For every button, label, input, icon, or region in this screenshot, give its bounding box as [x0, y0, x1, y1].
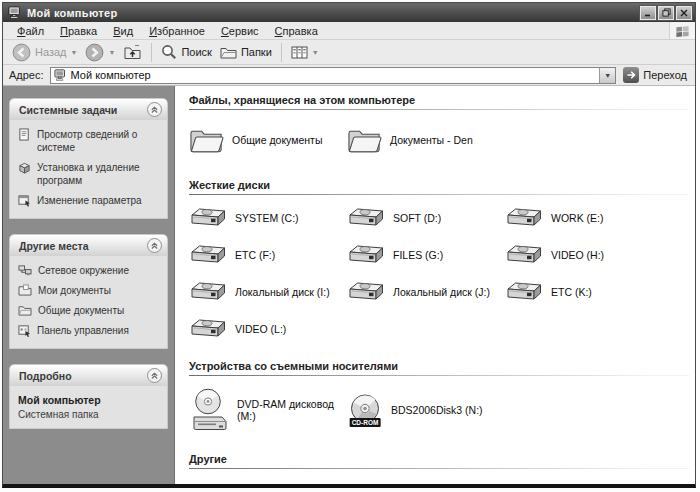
- shared-documents-icon: [18, 304, 32, 316]
- item-label: SYSTEM (C:): [235, 212, 299, 224]
- hdd-icon: [347, 243, 385, 266]
- cdrom-badge: CD-ROM: [350, 418, 381, 427]
- task-label: Панель управления: [37, 324, 129, 337]
- task-label: Изменение параметра: [37, 194, 142, 207]
- panel-header[interactable]: Подробно: [10, 365, 167, 386]
- panel-header[interactable]: Системные задачи: [10, 99, 167, 120]
- hdd-icon: [189, 317, 227, 340]
- go-arrow-icon: [623, 67, 639, 83]
- list-item[interactable]: CD-ROMBDS2006Disk3 (N:): [347, 380, 505, 440]
- item-label: BDS2006Disk3 (N:): [391, 404, 483, 416]
- list-item[interactable]: DVD-RAM дисковод (M:): [189, 380, 347, 440]
- item-icon-wrapper: [347, 243, 385, 266]
- menu-item-1[interactable]: Правка: [52, 24, 105, 38]
- title-bar[interactable]: Мой компьютер: [3, 3, 695, 22]
- item-label: Общие документы: [232, 134, 322, 146]
- item-icon-wrapper: [189, 388, 229, 432]
- my-documents-icon: [18, 284, 32, 296]
- drive-item[interactable]: Локальный диск (I:): [189, 273, 347, 310]
- minimize-button[interactable]: [640, 6, 656, 20]
- sidebar-panel-1: Другие местаСетевое окружениеМои докумен…: [9, 234, 168, 349]
- sidebar-task-link[interactable]: Изменение параметра: [18, 194, 162, 207]
- drive-item[interactable]: ETC (F:): [189, 236, 347, 273]
- collapse-button[interactable]: [147, 102, 162, 117]
- system-info-icon: [18, 128, 31, 141]
- forward-button[interactable]: ▼: [81, 42, 119, 63]
- panel-body: Мой компьютерСистемная папка: [10, 386, 167, 428]
- sidebar-task-link[interactable]: Просмотр сведений о системе: [18, 128, 162, 154]
- views-dropdown-icon[interactable]: ▼: [312, 49, 319, 56]
- item-label: WORK (E:): [551, 212, 604, 224]
- folder-icon: [189, 126, 224, 154]
- item-icon-wrapper: [189, 126, 224, 154]
- collapse-button[interactable]: [147, 238, 162, 253]
- list-item[interactable]: Nokia Phone Browser: [189, 473, 347, 484]
- hdd-icon: [505, 243, 543, 266]
- address-input[interactable]: Мой компьютер ▼: [50, 67, 617, 84]
- drive-item[interactable]: SOFT (D:): [347, 199, 505, 236]
- sidebar-panel-2: ПодробноМой компьютерСистемная папка: [9, 364, 168, 429]
- menu-bar: ФайлПравкаВидИзбранноеСервисСправка: [3, 22, 695, 40]
- item-icon-wrapper: [347, 280, 385, 303]
- hdd-icon: [505, 206, 543, 229]
- drive-item[interactable]: SYSTEM (C:): [189, 199, 347, 236]
- sidebar-task-link[interactable]: Сетевое окружение: [18, 264, 162, 277]
- menu-item-3[interactable]: Избранное: [141, 24, 213, 38]
- section-title: Файлы, хранящиеся на этом компьютере: [189, 94, 689, 106]
- folders-button[interactable]: Папки: [216, 44, 276, 61]
- drive-item[interactable]: Локальный диск (J:): [347, 273, 505, 310]
- task-pane: Системные задачиПросмотр сведений о сист…: [3, 86, 175, 484]
- section-items: SYSTEM (C:)SOFT (D:)WORK (E:)ETC (F:)FIL…: [189, 199, 689, 347]
- item-label: VIDEO (H:): [551, 249, 604, 261]
- sidebar-task-link[interactable]: Установка и удаление программ: [18, 161, 162, 187]
- drive-item[interactable]: ETC (K:): [505, 273, 663, 310]
- sidebar-task-link[interactable]: Общие документы: [18, 304, 162, 317]
- sidebar-task-link[interactable]: Мои документы: [18, 284, 162, 297]
- views-button[interactable]: ▼: [287, 44, 323, 61]
- computer-icon: [8, 6, 22, 19]
- drive-item[interactable]: VIDEO (L:): [189, 310, 347, 347]
- menu-item-4[interactable]: Сервис: [213, 24, 267, 38]
- folder-up-icon: [123, 43, 142, 61]
- drive-item[interactable]: FILES (G:): [347, 236, 505, 273]
- section-divider: [189, 468, 689, 469]
- drive-item[interactable]: WORK (E:): [505, 199, 663, 236]
- panel-title: Системные задачи: [19, 104, 117, 116]
- computer-icon: [54, 69, 67, 81]
- menu-item-5[interactable]: Справка: [267, 24, 326, 38]
- up-button[interactable]: [119, 42, 146, 62]
- panel-header[interactable]: Другие места: [10, 235, 167, 256]
- restore-button[interactable]: [658, 6, 674, 20]
- window-title: Мой компьютер: [27, 7, 117, 19]
- section-items: Общие документыДокументы - Den: [189, 114, 689, 166]
- search-label: Поиск: [181, 46, 211, 58]
- panel-title: Подробно: [19, 370, 72, 382]
- panel-body: Сетевое окружениеМои документыОбщие доку…: [10, 256, 167, 348]
- list-item[interactable]: Документы - Den: [347, 114, 505, 166]
- menu-item-2[interactable]: Вид: [105, 24, 141, 38]
- hdd-icon: [189, 206, 227, 229]
- search-button[interactable]: Поиск: [157, 43, 215, 61]
- back-dropdown-icon[interactable]: ▼: [71, 49, 78, 56]
- drive-item[interactable]: VIDEO (H:): [505, 236, 663, 273]
- folder-view: Файлы, хранящиеся на этом компьютереОбщи…: [175, 86, 695, 484]
- menu-item-0[interactable]: Файл: [9, 24, 52, 38]
- hdd-icon: [505, 280, 543, 303]
- item-icon-wrapper: [347, 206, 385, 229]
- address-dropdown-button[interactable]: ▼: [599, 68, 615, 83]
- collapse-button[interactable]: [147, 368, 162, 383]
- sidebar-task-link[interactable]: Панель управления: [18, 324, 162, 337]
- section-title: Жесткие диски: [189, 179, 689, 191]
- close-button[interactable]: [676, 6, 692, 20]
- windows-logo-icon: [669, 22, 695, 39]
- forward-dropdown-icon[interactable]: ▼: [108, 49, 115, 56]
- go-button[interactable]: Переход: [616, 67, 692, 83]
- my-computer-window: Мой компьютер ФайлПравкаВидИзбранноеСерв…: [2, 2, 696, 488]
- chevron-up-icon: [150, 105, 159, 114]
- item-label: ETC (F:): [235, 249, 275, 261]
- item-icon-wrapper: [347, 126, 382, 154]
- list-item[interactable]: Общие документы: [189, 114, 347, 166]
- item-icon-wrapper: CD-ROM: [347, 393, 383, 428]
- task-label: Установка и удаление программ: [37, 161, 162, 187]
- back-button[interactable]: Назад ▼: [8, 42, 81, 63]
